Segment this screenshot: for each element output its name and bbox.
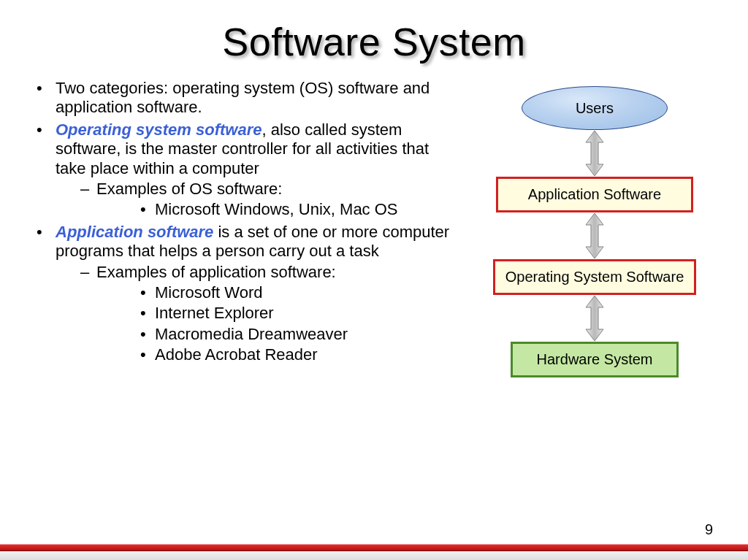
bullet-item-2: Operating system software, also called s…: [29, 120, 456, 220]
bullet-text: Two categories: operating system (OS) so…: [56, 79, 430, 116]
sub2-item: Microsoft Word: [96, 283, 456, 302]
sub2-text: Microsoft Windows, Unix, Mac OS: [155, 200, 398, 218]
emphasis-os: Operating system software: [56, 120, 262, 139]
sub2-text: Adobe Acrobat Reader: [155, 345, 318, 364]
sub2-item: Adobe Acrobat Reader: [96, 345, 456, 364]
app-label: Application Software: [528, 186, 661, 202]
sub2-text: Internet Explorer: [155, 304, 274, 322]
os-software-box: Operating System Software: [493, 259, 697, 295]
sub2-list: Microsoft Word Internet Explorer Macrome…: [96, 283, 456, 365]
svg-marker-1: [586, 213, 603, 258]
app-software-box: Application Software: [496, 177, 693, 212]
sub2-list: Microsoft Windows, Unix, Mac OS: [96, 200, 456, 219]
text-column: Two categories: operating system (OS) so…: [29, 79, 463, 377]
sub2-item: Macromedia Dreamweaver: [96, 325, 456, 344]
footer-accent-bar: [0, 544, 748, 551]
sub2-text: Microsoft Word: [155, 283, 263, 302]
sub-list: Examples of OS software: Microsoft Windo…: [56, 180, 456, 220]
layer-diagram: Users Appl: [463, 86, 726, 377]
hw-label: Hardware System: [537, 351, 653, 367]
sub-item: Examples of OS software: Microsoft Windo…: [56, 180, 456, 220]
sub2-text: Macromedia Dreamweaver: [155, 325, 348, 343]
page-number: 9: [705, 521, 713, 538]
hardware-box: Hardware System: [511, 342, 679, 377]
bullet-list: Two categories: operating system (OS) so…: [29, 79, 456, 364]
slide: Software System Two categories: operatin…: [0, 19, 748, 560]
sub2-item: Internet Explorer: [96, 304, 456, 323]
sub2-item: Microsoft Windows, Unix, Mac OS: [96, 200, 456, 219]
double-arrow-icon: [584, 131, 605, 176]
os-label: Operating System Software: [505, 269, 684, 285]
footer: Introduction to Computer Systems: [0, 544, 748, 560]
content-area: Two categories: operating system (OS) so…: [0, 79, 748, 377]
slide-title: Software System: [0, 19, 748, 64]
bullet-item-3: Application software is a set of one or …: [29, 223, 456, 365]
svg-marker-0: [586, 131, 603, 176]
double-arrow-icon: [584, 296, 605, 341]
emphasis-app: Application software: [56, 223, 213, 241]
users-label: Users: [576, 100, 614, 117]
double-arrow-icon: [584, 213, 605, 258]
sub-list: Examples of application software: Micros…: [56, 263, 456, 365]
sub-text: Examples of application software:: [96, 263, 336, 281]
sub-item: Examples of application software: Micros…: [56, 263, 456, 365]
diagram-column: Users Appl: [463, 79, 726, 377]
sub-text: Examples of OS software:: [96, 180, 282, 198]
bullet-item-1: Two categories: operating system (OS) so…: [29, 79, 456, 118]
svg-marker-2: [586, 296, 603, 341]
users-ellipse: Users: [522, 86, 668, 130]
